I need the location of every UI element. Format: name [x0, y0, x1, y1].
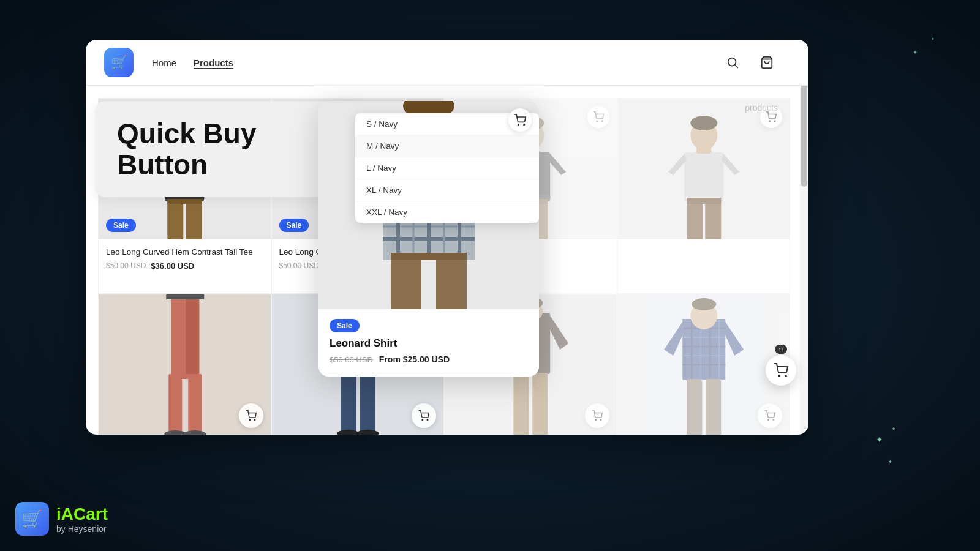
sale-price-1: $36.00 USD: [151, 261, 194, 271]
svg-rect-63: [166, 294, 204, 299]
brand-name-highlight: iA: [56, 504, 74, 523]
svg-rect-64: [168, 374, 182, 435]
sparkle-5: ✦: [931, 37, 935, 42]
logo-icon: 🛒: [104, 48, 134, 77]
brand-icon: 🛒: [15, 502, 49, 536]
product-image-8: [618, 294, 790, 435]
svg-rect-107: [706, 379, 721, 435]
popup-info: Sale Leonard Shirt $50.00 USD From $25.0…: [318, 309, 539, 377]
svg-point-57: [774, 121, 775, 122]
add-to-cart-btn-8[interactable]: [758, 403, 782, 428]
svg-rect-55: [687, 198, 721, 204]
svg-rect-47: [684, 152, 723, 201]
svg-point-135: [785, 375, 786, 377]
svg-point-69: [254, 419, 255, 421]
variant-xl-navy[interactable]: XL / Navy: [355, 179, 539, 201]
add-to-cart-btn-3[interactable]: [587, 106, 609, 128]
brand-tagline: by Heysenior: [56, 524, 108, 534]
product-card-5[interactable]: [98, 294, 271, 435]
content-area: products Quick Buy Button: [86, 86, 809, 435]
product-name-1: Leo Long Curved Hem Contrast Tail Tee: [106, 247, 263, 258]
svg-point-52: [690, 116, 717, 130]
svg-point-133: [524, 124, 525, 126]
svg-point-134: [778, 375, 780, 377]
svg-point-80: [427, 419, 428, 421]
popup-sale-badge: Sale: [330, 319, 360, 332]
svg-rect-130: [436, 258, 467, 309]
svg-point-79: [422, 419, 423, 421]
svg-rect-12: [186, 200, 202, 239]
svg-point-105: [692, 298, 716, 310]
svg-rect-88: [532, 373, 548, 435]
sparkle-1: ✦: [876, 435, 883, 444]
logo-container: 🛒: [104, 48, 134, 77]
product-pricing-1: $50.00 USD $36.00 USD: [106, 261, 263, 271]
quick-buy-title: Quick Buy Button: [117, 118, 339, 180]
svg-point-56: [769, 121, 771, 122]
product-card-4[interactable]: [617, 98, 791, 294]
svg-rect-65: [188, 374, 202, 435]
brand-name: iACart: [56, 504, 108, 524]
product-card-8[interactable]: [617, 294, 791, 435]
sparkle-4: ✦: [913, 49, 918, 56]
popup-product-name: Leonard Shirt: [330, 337, 528, 350]
search-icon[interactable]: [722, 51, 744, 73]
sale-badge-1: Sale: [106, 219, 136, 232]
add-to-cart-btn-5[interactable]: [239, 403, 263, 428]
svg-rect-54: [705, 200, 721, 239]
variant-m-navy[interactable]: M / Navy: [355, 135, 539, 157]
svg-rect-131: [391, 253, 467, 260]
cart-icon[interactable]: [756, 51, 778, 73]
product-info-1: Leo Long Curved Hem Contrast Tail Tee $5…: [99, 239, 271, 280]
nav-links: Home Products: [152, 58, 233, 68]
variant-l-navy[interactable]: L / Navy: [355, 157, 539, 179]
svg-rect-106: [687, 379, 702, 435]
svg-point-0: [728, 58, 736, 66]
brand-text: iACart by Heysenior: [56, 504, 108, 534]
popup-card: S / Navy M / Navy L / Navy XL / Navy XXL…: [318, 101, 539, 377]
popup-image: S / Navy M / Navy L / Navy XL / Navy XXL…: [318, 101, 539, 309]
floating-cart[interactable]: 0: [766, 345, 796, 386]
popup-original-price: $50.00 USD: [330, 355, 373, 364]
sparkle-2: ✦: [888, 459, 892, 465]
bottom-brand: 🛒 iACart by Heysenior: [15, 502, 108, 536]
popup-pricing: $50.00 USD From $25.00 USD: [330, 354, 528, 364]
svg-rect-61: [171, 294, 184, 374]
add-to-cart-btn-4[interactable]: [760, 106, 782, 128]
nav-home[interactable]: Home: [152, 58, 176, 68]
popup-sale-price: From $25.00 USD: [379, 354, 450, 364]
svg-point-109: [773, 419, 774, 421]
sparkle-3: ✦: [891, 425, 896, 432]
original-price-2: $50.00 USD: [279, 261, 319, 270]
product-image-4: [618, 99, 790, 239]
brand-name-regular: Cart: [74, 504, 108, 523]
svg-rect-53: [687, 200, 703, 239]
floating-cart-badge: 0: [775, 345, 787, 354]
nav-products[interactable]: Products: [194, 58, 233, 68]
svg-rect-11: [167, 200, 183, 239]
svg-point-108: [768, 419, 769, 421]
product-image-5: [99, 294, 271, 435]
variant-dropdown[interactable]: S / Navy M / Navy L / Navy XL / Navy XXL…: [355, 113, 539, 223]
popup-add-to-cart-btn[interactable]: [508, 108, 532, 132]
original-price-1: $50.00 USD: [106, 261, 146, 270]
variant-xxl-navy[interactable]: XXL / Navy: [355, 201, 539, 223]
svg-rect-129: [391, 258, 421, 309]
header: 🛒 Home Products: [86, 40, 809, 86]
header-icons: [722, 51, 778, 73]
svg-line-1: [735, 65, 737, 67]
svg-point-43: [597, 121, 598, 122]
svg-point-44: [601, 121, 603, 122]
svg-point-132: [518, 124, 519, 126]
svg-point-90: [600, 419, 601, 421]
svg-rect-87: [513, 373, 529, 435]
svg-point-89: [595, 419, 597, 421]
floating-cart-button[interactable]: [766, 355, 796, 386]
add-to-cart-btn-7[interactable]: [585, 403, 609, 428]
add-to-cart-btn-6[interactable]: [412, 403, 436, 428]
product-info-4: [618, 239, 790, 260]
svg-point-68: [249, 419, 251, 421]
sale-badge-2: Sale: [279, 219, 309, 232]
svg-rect-62: [186, 294, 199, 374]
browser-window: 🛒 Home Products products Quick Buy Butt: [86, 40, 809, 435]
